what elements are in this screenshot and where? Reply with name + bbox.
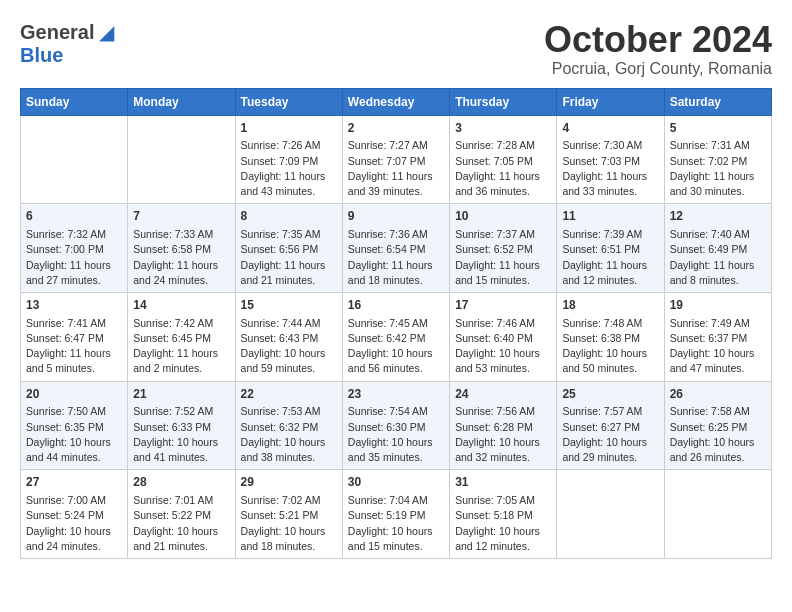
cell-details: Sunrise: 7:58 AMSunset: 6:25 PMDaylight:… bbox=[670, 404, 766, 465]
day-number: 22 bbox=[241, 386, 337, 403]
calendar-cell: 24Sunrise: 7:56 AMSunset: 6:28 PMDayligh… bbox=[450, 381, 557, 470]
cell-details: Sunrise: 7:31 AMSunset: 7:02 PMDaylight:… bbox=[670, 138, 766, 199]
day-number: 4 bbox=[562, 120, 658, 137]
calendar-table: SundayMondayTuesdayWednesdayThursdayFrid… bbox=[20, 88, 772, 559]
cell-details: Sunrise: 7:46 AMSunset: 6:40 PMDaylight:… bbox=[455, 316, 551, 377]
cell-details: Sunrise: 7:00 AMSunset: 5:24 PMDaylight:… bbox=[26, 493, 122, 554]
day-number: 7 bbox=[133, 208, 229, 225]
cell-details: Sunrise: 7:28 AMSunset: 7:05 PMDaylight:… bbox=[455, 138, 551, 199]
calendar-week-5: 27Sunrise: 7:00 AMSunset: 5:24 PMDayligh… bbox=[21, 470, 772, 559]
day-number: 20 bbox=[26, 386, 122, 403]
logo-general: General bbox=[20, 21, 94, 43]
day-number: 16 bbox=[348, 297, 444, 314]
calendar-cell: 21Sunrise: 7:52 AMSunset: 6:33 PMDayligh… bbox=[128, 381, 235, 470]
location-subtitle: Pocruia, Gorj County, Romania bbox=[544, 60, 772, 78]
header-sunday: Sunday bbox=[21, 88, 128, 115]
day-number: 26 bbox=[670, 386, 766, 403]
day-number: 31 bbox=[455, 474, 551, 491]
day-number: 10 bbox=[455, 208, 551, 225]
day-number: 5 bbox=[670, 120, 766, 137]
calendar-cell: 20Sunrise: 7:50 AMSunset: 6:35 PMDayligh… bbox=[21, 381, 128, 470]
calendar-cell: 14Sunrise: 7:42 AMSunset: 6:45 PMDayligh… bbox=[128, 292, 235, 381]
day-number: 6 bbox=[26, 208, 122, 225]
cell-details: Sunrise: 7:33 AMSunset: 6:58 PMDaylight:… bbox=[133, 227, 229, 288]
calendar-cell: 6Sunrise: 7:32 AMSunset: 7:00 PMDaylight… bbox=[21, 204, 128, 293]
calendar-cell: 29Sunrise: 7:02 AMSunset: 5:21 PMDayligh… bbox=[235, 470, 342, 559]
title-area: October 2024 Pocruia, Gorj County, Roman… bbox=[544, 20, 772, 78]
day-number: 25 bbox=[562, 386, 658, 403]
header-saturday: Saturday bbox=[664, 88, 771, 115]
cell-details: Sunrise: 7:57 AMSunset: 6:27 PMDaylight:… bbox=[562, 404, 658, 465]
cell-details: Sunrise: 7:26 AMSunset: 7:09 PMDaylight:… bbox=[241, 138, 337, 199]
cell-details: Sunrise: 7:35 AMSunset: 6:56 PMDaylight:… bbox=[241, 227, 337, 288]
cell-details: Sunrise: 7:04 AMSunset: 5:19 PMDaylight:… bbox=[348, 493, 444, 554]
cell-details: Sunrise: 7:49 AMSunset: 6:37 PMDaylight:… bbox=[670, 316, 766, 377]
calendar-cell: 10Sunrise: 7:37 AMSunset: 6:52 PMDayligh… bbox=[450, 204, 557, 293]
logo-bird-icon: ◢ bbox=[99, 21, 114, 43]
calendar-cell: 28Sunrise: 7:01 AMSunset: 5:22 PMDayligh… bbox=[128, 470, 235, 559]
cell-details: Sunrise: 7:50 AMSunset: 6:35 PMDaylight:… bbox=[26, 404, 122, 465]
calendar-cell bbox=[557, 470, 664, 559]
header-monday: Monday bbox=[128, 88, 235, 115]
calendar-cell bbox=[21, 115, 128, 204]
day-number: 9 bbox=[348, 208, 444, 225]
cell-details: Sunrise: 7:41 AMSunset: 6:47 PMDaylight:… bbox=[26, 316, 122, 377]
calendar-week-1: 1Sunrise: 7:26 AMSunset: 7:09 PMDaylight… bbox=[21, 115, 772, 204]
calendar-week-2: 6Sunrise: 7:32 AMSunset: 7:00 PMDaylight… bbox=[21, 204, 772, 293]
day-number: 27 bbox=[26, 474, 122, 491]
cell-details: Sunrise: 7:44 AMSunset: 6:43 PMDaylight:… bbox=[241, 316, 337, 377]
day-number: 2 bbox=[348, 120, 444, 137]
day-number: 23 bbox=[348, 386, 444, 403]
cell-details: Sunrise: 7:56 AMSunset: 6:28 PMDaylight:… bbox=[455, 404, 551, 465]
cell-details: Sunrise: 7:48 AMSunset: 6:38 PMDaylight:… bbox=[562, 316, 658, 377]
cell-details: Sunrise: 7:30 AMSunset: 7:03 PMDaylight:… bbox=[562, 138, 658, 199]
cell-details: Sunrise: 7:52 AMSunset: 6:33 PMDaylight:… bbox=[133, 404, 229, 465]
day-number: 12 bbox=[670, 208, 766, 225]
page-header: General ◢ Blue October 2024 Pocruia, Gor… bbox=[20, 20, 772, 78]
calendar-cell: 3Sunrise: 7:28 AMSunset: 7:05 PMDaylight… bbox=[450, 115, 557, 204]
header-thursday: Thursday bbox=[450, 88, 557, 115]
day-number: 3 bbox=[455, 120, 551, 137]
cell-details: Sunrise: 7:32 AMSunset: 7:00 PMDaylight:… bbox=[26, 227, 122, 288]
month-title: October 2024 bbox=[544, 20, 772, 60]
cell-details: Sunrise: 7:37 AMSunset: 6:52 PMDaylight:… bbox=[455, 227, 551, 288]
calendar-week-3: 13Sunrise: 7:41 AMSunset: 6:47 PMDayligh… bbox=[21, 292, 772, 381]
calendar-cell: 4Sunrise: 7:30 AMSunset: 7:03 PMDaylight… bbox=[557, 115, 664, 204]
calendar-cell: 1Sunrise: 7:26 AMSunset: 7:09 PMDaylight… bbox=[235, 115, 342, 204]
cell-details: Sunrise: 7:42 AMSunset: 6:45 PMDaylight:… bbox=[133, 316, 229, 377]
calendar-cell: 9Sunrise: 7:36 AMSunset: 6:54 PMDaylight… bbox=[342, 204, 449, 293]
cell-details: Sunrise: 7:39 AMSunset: 6:51 PMDaylight:… bbox=[562, 227, 658, 288]
cell-details: Sunrise: 7:27 AMSunset: 7:07 PMDaylight:… bbox=[348, 138, 444, 199]
cell-details: Sunrise: 7:54 AMSunset: 6:30 PMDaylight:… bbox=[348, 404, 444, 465]
cell-details: Sunrise: 7:53 AMSunset: 6:32 PMDaylight:… bbox=[241, 404, 337, 465]
calendar-cell: 2Sunrise: 7:27 AMSunset: 7:07 PMDaylight… bbox=[342, 115, 449, 204]
calendar-cell: 22Sunrise: 7:53 AMSunset: 6:32 PMDayligh… bbox=[235, 381, 342, 470]
day-number: 19 bbox=[670, 297, 766, 314]
day-number: 21 bbox=[133, 386, 229, 403]
calendar-cell: 26Sunrise: 7:58 AMSunset: 6:25 PMDayligh… bbox=[664, 381, 771, 470]
day-number: 11 bbox=[562, 208, 658, 225]
calendar-cell: 31Sunrise: 7:05 AMSunset: 5:18 PMDayligh… bbox=[450, 470, 557, 559]
calendar-cell: 30Sunrise: 7:04 AMSunset: 5:19 PMDayligh… bbox=[342, 470, 449, 559]
calendar-cell: 23Sunrise: 7:54 AMSunset: 6:30 PMDayligh… bbox=[342, 381, 449, 470]
day-number: 15 bbox=[241, 297, 337, 314]
day-number: 30 bbox=[348, 474, 444, 491]
day-number: 1 bbox=[241, 120, 337, 137]
calendar-cell: 11Sunrise: 7:39 AMSunset: 6:51 PMDayligh… bbox=[557, 204, 664, 293]
calendar-cell: 13Sunrise: 7:41 AMSunset: 6:47 PMDayligh… bbox=[21, 292, 128, 381]
logo-blue: Blue bbox=[20, 44, 63, 66]
cell-details: Sunrise: 7:05 AMSunset: 5:18 PMDaylight:… bbox=[455, 493, 551, 554]
cell-details: Sunrise: 7:02 AMSunset: 5:21 PMDaylight:… bbox=[241, 493, 337, 554]
calendar-cell: 25Sunrise: 7:57 AMSunset: 6:27 PMDayligh… bbox=[557, 381, 664, 470]
day-number: 24 bbox=[455, 386, 551, 403]
calendar-cell: 16Sunrise: 7:45 AMSunset: 6:42 PMDayligh… bbox=[342, 292, 449, 381]
header-friday: Friday bbox=[557, 88, 664, 115]
day-number: 28 bbox=[133, 474, 229, 491]
cell-details: Sunrise: 7:40 AMSunset: 6:49 PMDaylight:… bbox=[670, 227, 766, 288]
day-number: 29 bbox=[241, 474, 337, 491]
day-number: 13 bbox=[26, 297, 122, 314]
header-tuesday: Tuesday bbox=[235, 88, 342, 115]
cell-details: Sunrise: 7:01 AMSunset: 5:22 PMDaylight:… bbox=[133, 493, 229, 554]
calendar-cell bbox=[664, 470, 771, 559]
calendar-week-4: 20Sunrise: 7:50 AMSunset: 6:35 PMDayligh… bbox=[21, 381, 772, 470]
